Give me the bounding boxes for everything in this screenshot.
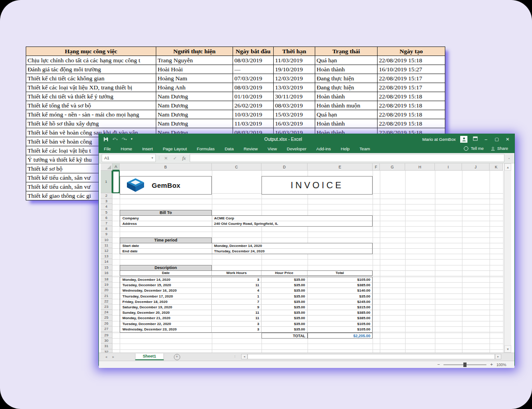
row-header-15[interactable]: 15 [101,265,112,270]
insert-function-icon[interactable]: fx [181,155,188,161]
row-header-25[interactable]: 25 [101,315,112,321]
zoom-slider[interactable] [443,364,486,365]
work-cell[interactable]: $35.00 [261,310,308,315]
row-header-5[interactable]: 5 [101,210,112,215]
address-label-cell[interactable]: Address [120,221,212,226]
formula-input[interactable] [190,154,505,162]
work-col-header[interactable]: Hour Price [261,271,308,275]
row-header-22[interactable]: 22 [101,299,112,304]
ribbon-tab-team[interactable]: Team [355,146,375,151]
work-cell[interactable]: $140.00 [308,288,372,293]
row-header-29[interactable]: 29 [101,333,112,338]
account-name[interactable]: Mario at GemBox [422,137,456,142]
selected-cell-a1[interactable] [112,171,120,193]
time-period-box[interactable]: Start date Monday, December 14, 2020 End… [120,243,373,254]
name-box[interactable]: A1 ▾ [102,154,156,162]
work-cell[interactable]: Tuesday, December 22, 2020 [120,321,212,326]
work-cell[interactable]: 4 [212,288,261,293]
vertical-scrollbar[interactable]: ▲ ▼ [504,163,511,353]
work-cell[interactable]: $105.00 [308,321,372,326]
bill-to-box[interactable]: Company ACME Corp Address 240 Old Countr… [120,215,373,227]
row-header-31[interactable]: 31 [101,344,112,349]
ribbon-tab-add-ins[interactable]: Add-ins [311,146,336,151]
tell-me-button[interactable]: Tell me [464,146,484,151]
redo-icon[interactable]: ↷▾ [121,137,126,142]
work-cell[interactable]: 11 [212,316,261,321]
row-header-30[interactable]: 30 [101,338,112,344]
column-header-h[interactable]: H [405,163,435,171]
select-all-corner[interactable] [101,163,112,171]
work-table-header-row[interactable]: DateWork HoursHour PriceTotal [120,270,373,276]
row-header-18[interactable]: 18 [101,277,112,282]
work-cell[interactable]: $35.00 [261,321,308,326]
column-header-f[interactable]: F [373,163,380,171]
close-button[interactable]: ✕ [504,137,511,142]
work-cell[interactable]: $35.00 [261,283,308,288]
address-value-cell[interactable]: 240 Old Country Road, Springfield, IL [212,221,372,226]
column-header-a[interactable]: A [112,163,120,171]
ribbon-tab-insert[interactable]: Insert [137,146,158,151]
work-cell[interactable]: $385.00 [308,283,372,288]
row-header-20[interactable]: 20 [101,288,112,293]
bill-to-header-cell[interactable]: Bill To [120,210,212,216]
work-row[interactable]: Tuesday, December 22, 20203$35.00$105.00 [120,321,372,327]
description-header-cell[interactable]: Description [120,265,212,271]
row-header-32[interactable]: 32 [101,349,112,353]
scroll-up-icon[interactable]: ▲ [504,163,511,171]
company-logo-cell[interactable]: GemBox [120,176,212,195]
scroll-left-icon[interactable]: ◂ [241,354,247,359]
work-cell[interactable]: $35.00 [261,277,308,282]
work-row[interactable]: Thursday, December 17, 20201$35.00$35.00 [120,294,372,299]
work-cell[interactable]: Saturday, December 19, 2020 [120,305,212,310]
row-header-9[interactable]: 9 [101,232,112,237]
work-cell[interactable]: Sunday, December 20, 2020 [120,310,212,315]
work-row[interactable]: Wednesday, December 16, 20204$35.00$140.… [120,288,372,293]
ribbon-tab-home[interactable]: Home [116,146,137,151]
row-header-16[interactable]: 16 [101,270,112,276]
enter-formula-icon[interactable]: ✓ [172,156,179,161]
column-header-d[interactable]: D [261,163,308,171]
row-header-2[interactable]: 2 [101,193,112,199]
row-header-12[interactable]: 12 [101,248,112,254]
work-col-header[interactable]: Work Hours [212,271,261,275]
work-cell[interactable]: $35.00 [308,294,372,299]
ribbon-tab-data[interactable]: Data [219,146,238,151]
start-date-value-cell[interactable]: Monday, December 14, 2020 [212,243,372,249]
work-cell[interactable]: $35.00 [261,327,308,332]
column-header-i[interactable]: I [435,163,462,171]
zoom-level[interactable]: 100% [496,363,506,367]
zoom-slider-thumb[interactable] [463,363,467,367]
work-cell[interactable]: Monday, December 14, 2020 [120,277,212,282]
work-cell[interactable]: Friday, December 18, 2020 [120,299,212,304]
column-header-k[interactable]: K [490,163,503,171]
row-header-24[interactable]: 24 [101,310,112,315]
work-cell[interactable]: $105.00 [308,277,372,282]
company-value-cell[interactable]: ACME Corp [212,216,372,221]
work-cell[interactable]: Monday, December 21, 2020 [120,316,212,321]
horizontal-scrollbar[interactable]: ◂ ▸ [241,354,501,359]
ribbon-tab-page-layout[interactable]: Page Layout [158,146,191,151]
ribbon-tab-developer[interactable]: Developer [282,146,311,151]
work-cell[interactable]: $245.00 [308,299,372,304]
tab-splitter[interactable]: ⁞ [234,354,235,358]
work-row[interactable]: Saturday, December 19, 20209$35.00$315.0… [120,305,372,310]
row-header-19[interactable]: 19 [101,282,112,288]
row-header-21[interactable]: 21 [101,293,112,299]
end-date-label-cell[interactable]: End date [120,249,212,254]
work-col-header[interactable]: Total [308,271,372,275]
scroll-right-icon[interactable]: ▸ [495,354,501,359]
zoom-out-button[interactable]: − [438,362,440,367]
next-sheet-icon[interactable]: ▸ [110,355,117,359]
work-table-rows[interactable]: Monday, December 14, 20203$35.00$105.00T… [120,277,373,333]
minimize-button[interactable]: – [483,137,489,142]
ribbon-display-options-icon[interactable] [472,136,478,142]
name-box-dropdown-icon[interactable]: ▾ [151,156,153,160]
work-cell[interactable]: 9 [212,305,261,310]
total-value-cell[interactable]: $2,205.00 [308,333,373,339]
row-header-11[interactable]: 11 [101,243,112,248]
row-header-26[interactable]: 26 [101,321,112,326]
end-date-value-cell[interactable]: Thursday, December 24, 2020 [212,249,372,254]
scroll-down-icon[interactable]: ▼ [504,345,511,353]
work-cell[interactable]: $385.00 [308,316,372,321]
work-cell[interactable]: 3 [212,321,261,326]
